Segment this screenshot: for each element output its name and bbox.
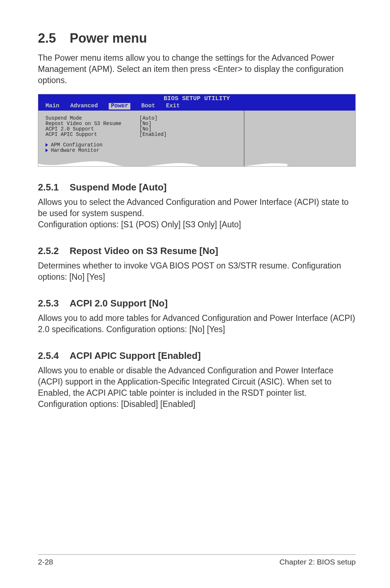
bios-title: BIOS SETUP UTILITY [38, 94, 355, 102]
bios-submenu-label: Hardware Monitor [51, 147, 99, 153]
bios-body: Suspend Mode [Auto] Repost Video on S3 R… [38, 111, 355, 166]
subsection-number: 2.5.1 [38, 182, 59, 193]
subsection-number: 2.5.2 [38, 245, 59, 257]
bios-submenu-hwmonitor[interactable]: Hardware Monitor [46, 148, 240, 153]
subsection-heading: 2.5.1Suspend Mode [Auto] [38, 182, 356, 193]
subsection-heading: 2.5.3ACPI 2.0 Support [No] [38, 298, 356, 309]
bios-row-acpi-20[interactable]: ACPI 2.0 Support [No] [46, 126, 240, 132]
subsection-number: 2.5.3 [38, 298, 59, 309]
triangle-right-icon [46, 143, 48, 147]
intro-paragraph: The Power menu items allow you to change… [38, 52, 356, 86]
subsection-title: ACPI 2.0 Support [No] [70, 298, 168, 309]
subsection-title: Suspend Mode [Auto] [70, 182, 167, 193]
subsection-heading: 2.5.4ACPI APIC Support [Enabled] [38, 350, 356, 361]
bios-tab-boot[interactable]: Boot [141, 103, 155, 110]
page-number: 2-28 [38, 558, 53, 566]
section-title: Power menu [70, 31, 147, 46]
page-content: 2.5Power menu The Power menu items allow… [0, 0, 390, 410]
bios-tab-advanced[interactable]: Advanced [70, 103, 98, 110]
bios-row-label: Repost Video on S3 Resume [46, 121, 139, 126]
bios-row-value: [Auto] [139, 116, 157, 121]
bios-row-label: ACPI APIC Support [46, 132, 139, 137]
bios-row-label: Suspend Mode [46, 116, 139, 121]
bios-row-label: ACPI 2.0 Support [46, 126, 139, 132]
bios-row-suspend-mode[interactable]: Suspend Mode [Auto] [46, 116, 240, 121]
bios-tab-exit[interactable]: Exit [166, 103, 180, 110]
bios-tab-power[interactable]: Power [109, 103, 130, 110]
bios-row-value: [Enabled] [139, 132, 167, 137]
bios-row-repost-video[interactable]: Repost Video on S3 Resume [No] [46, 121, 240, 126]
bios-left-pane: Suspend Mode [Auto] Repost Video on S3 R… [38, 111, 244, 166]
subsection-body: Allows you to enable or disable the Adva… [38, 365, 356, 410]
chapter-label: Chapter 2: BIOS setup [280, 558, 356, 566]
subsection-heading: 2.5.2Repost Video on S3 Resume [No] [38, 245, 356, 257]
subsection-body: Allows you to select the Advanced Config… [38, 197, 356, 230]
section-number: 2.5 [38, 31, 56, 46]
triangle-right-icon [46, 149, 48, 152]
bios-submenu-group: APM Configuration Hardware Monitor [46, 142, 240, 153]
subsection-body: Allows you to add more tables for Advanc… [38, 313, 356, 335]
bios-row-value: [No] [139, 121, 152, 126]
bios-submenu-label: APM Configuration [51, 142, 103, 148]
subsection-number: 2.5.4 [38, 350, 59, 361]
page-footer: 2-28 Chapter 2: BIOS setup [38, 554, 356, 566]
subsection-body: Determines whether to invoke VGA BIOS PO… [38, 260, 356, 283]
section-heading: 2.5Power menu [38, 31, 356, 46]
bios-submenu-apm[interactable]: APM Configuration [46, 142, 240, 148]
bios-row-value: [No] [139, 126, 152, 132]
bios-right-pane [244, 111, 355, 166]
bios-tab-main[interactable]: Main [46, 103, 59, 110]
subsection-title: Repost Video on S3 Resume [No] [70, 245, 218, 256]
subsection-title: ACPI APIC Support [Enabled] [70, 350, 201, 361]
bios-tab-bar: Main Advanced Power Boot Exit [38, 102, 355, 111]
bios-screenshot: BIOS SETUP UTILITY Main Advanced Power B… [38, 94, 356, 167]
bios-row-acpi-apic[interactable]: ACPI APIC Support [Enabled] [46, 132, 240, 137]
